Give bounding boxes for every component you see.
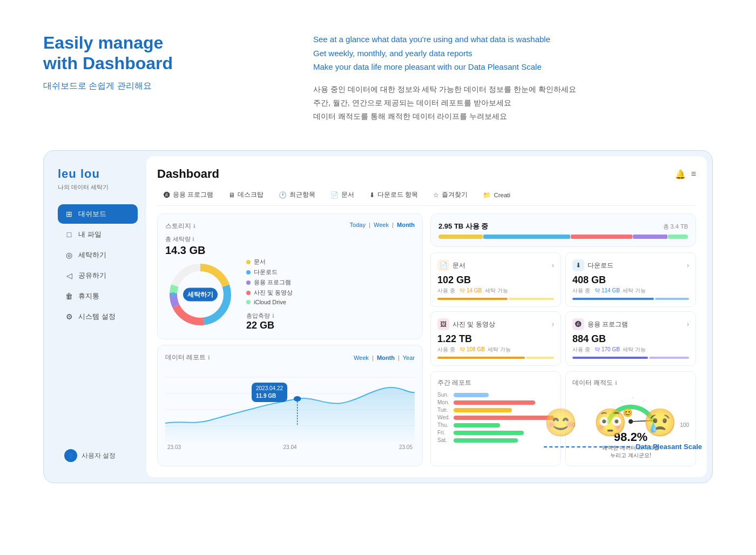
- sidebar-user-settings[interactable]: 👤 사용자 설정: [58, 445, 138, 466]
- day-row-wed: Wed.: [437, 414, 554, 420]
- weekly-title: 주간 레포트: [437, 378, 554, 387]
- feature-list-en: See at a glance what data you're using a…: [313, 32, 713, 74]
- data-grid: 📄 문서 › 102 GB 사용 중 약 14 GB 세탁 가능: [430, 252, 696, 366]
- apps-sub: 사용 중 약 170 GB 세탁 가능: [572, 346, 689, 353]
- total-wash-label: 총 세탁량 ℹ: [165, 235, 415, 243]
- page-title: Easily manage with Dashboard: [43, 32, 270, 74]
- sidebar-item-trash[interactable]: 🗑 휴지통: [58, 286, 138, 306]
- total-wash-value: 14.3 GB: [165, 244, 415, 257]
- feature-list-ko: 사용 중인 데이터에 대한 정보와 세탁 가능한 데이터 정보를 한눈에 확인하…: [313, 83, 713, 124]
- svg-line-15: [622, 400, 623, 402]
- legend-item-docs: 문서: [246, 258, 293, 266]
- donut-chart-wrapper: 세탁하기: [165, 259, 235, 330]
- dashboard-header-icons: 🔔 ≡: [675, 169, 696, 179]
- storage-legend-and-compress: 문서 다운로드 응용 프로그램: [246, 258, 293, 331]
- recent-tab-icon: 🕐: [279, 191, 287, 199]
- scale-label-row: Data Pleasant Scale: [544, 443, 702, 451]
- storage-card: 스토리지 ℹ Today | Week | Month: [157, 213, 423, 339]
- bell-icon[interactable]: 🔔: [675, 169, 686, 179]
- tab-desktop[interactable]: 🖥 데스크탑: [222, 189, 270, 201]
- report-info-icon: ℹ: [208, 355, 210, 360]
- total-compress: 총압축량 ℹ 22 GB: [246, 312, 293, 331]
- report-header: 데이터 레포트 ℹ Week | Month | Year: [165, 353, 415, 362]
- emoji-happy: 😊: [544, 407, 577, 438]
- photos-bar: [437, 357, 554, 359]
- usage-bar-card: 2.95 TB 사용 중 총 3.4 TB: [430, 213, 696, 247]
- docs-sub: 사용 중 약 14 GB 세탁 가능: [437, 287, 554, 295]
- apps-size: 884 GB: [572, 333, 689, 345]
- donut-center[interactable]: 세탁하기: [183, 288, 218, 302]
- storage-header: 스토리지 ℹ Today | Week | Month: [165, 222, 415, 231]
- storage-label: 스토리지 ℹ: [165, 222, 195, 231]
- legend-item-icloud: iCloud Drive: [246, 299, 293, 305]
- sidebar-subtitle: 나의 데이터 세탁기: [58, 183, 138, 191]
- downloads-card-arrow[interactable]: ›: [687, 262, 689, 269]
- emoji-surprised: 😳: [593, 407, 627, 438]
- usage-total: 2.95 TB 사용 중 총 3.4 TB: [438, 222, 688, 231]
- dashed-separator: [544, 446, 630, 447]
- legend-item-apps: 응용 프로그램: [246, 278, 293, 286]
- emoji-scale-area: 😊 😳 😢 Data Pleasant Scale: [544, 407, 702, 451]
- docs-card-icon: 📄: [437, 259, 449, 271]
- tab-favorites[interactable]: ☆ 즐겨찾기: [427, 189, 474, 201]
- line-chart-area: 2023.04.22 11.9 GB: [165, 366, 415, 442]
- tab-creati[interactable]: 📁 Creati: [476, 189, 517, 201]
- sidebar-item-share[interactable]: ◁ 공유하기: [58, 266, 138, 285]
- photos-card-arrow[interactable]: ›: [552, 320, 554, 328]
- tab-apps[interactable]: 🅐 응용 프로그램: [157, 189, 220, 201]
- downloads-bar: [572, 298, 689, 300]
- data-card-photos: 🖼 사진 및 동영상 › 1.22 TB 사용 중 약 108 GB: [430, 311, 561, 366]
- tab-recent[interactable]: 🕐 최근항목: [272, 189, 322, 201]
- downloads-card-icon: ⬇: [572, 259, 584, 271]
- menu-icon[interactable]: ≡: [691, 169, 696, 179]
- emoji-scale-row: 😊 😳 😢: [544, 407, 677, 438]
- day-row-sat: Sat.: [437, 437, 554, 443]
- left-panel: 스토리지 ℹ Today | Week | Month: [157, 213, 423, 466]
- photos-size: 1.22 TB: [437, 333, 554, 345]
- docs-bar: [437, 298, 554, 300]
- usage-total-size: 총 3.4 TB: [663, 223, 688, 231]
- data-report-card: 데이터 레포트 ℹ Week | Month | Year: [157, 345, 423, 466]
- dashboard-icon: ⊞: [64, 210, 74, 218]
- tab-docs[interactable]: 📄 문서: [324, 189, 361, 201]
- sidebar-nav: ⊞ 대쉬보드 □ 내 파일 ◎ 세탁하기 ◁ 공유하기: [58, 204, 138, 445]
- usage-multi-bar: [438, 235, 688, 239]
- settings-icon: ⚙: [64, 312, 74, 321]
- data-card-downloads: ⬇ 다운로드 › 408 GB 사용 중 약 114 GB 세탁 가능: [565, 252, 696, 307]
- trash-icon: 🗑: [64, 292, 74, 300]
- wash-icon: ◎: [64, 251, 74, 259]
- sidebar-item-files[interactable]: □ 내 파일: [58, 225, 138, 244]
- dashboard-header: Dashboard 🔔 ≡: [157, 167, 696, 181]
- docs-card-arrow[interactable]: ›: [552, 262, 554, 269]
- day-row-tue: Tue.: [437, 407, 554, 413]
- tab-downloads[interactable]: ⬇ 다운로드 항목: [363, 189, 424, 201]
- info-icon: ℹ: [193, 223, 195, 229]
- storage-chart-area: 세탁하기 문서: [165, 258, 415, 331]
- favorites-tab-icon: ☆: [433, 191, 439, 199]
- sidebar-item-dashboard[interactable]: ⊞ 대쉬보드: [58, 204, 138, 224]
- apps-card-arrow[interactable]: ›: [687, 320, 689, 328]
- files-icon: □: [64, 230, 74, 239]
- apps-tab-icon: 🅐: [164, 191, 170, 199]
- pleasant-title: 데이터 쾌적도 ℹ: [572, 378, 689, 387]
- desktop-tab-icon: 🖥: [228, 191, 235, 199]
- downloads-sub: 사용 중 약 114 GB 세탁 가능: [572, 287, 689, 295]
- usage-label: 2.95 TB 사용 중: [438, 222, 488, 231]
- chart-x-labels: 23.03 23.04 23.05: [165, 444, 415, 450]
- sidebar-logo: leu lou: [58, 167, 138, 181]
- day-row-thu: Thu.: [437, 422, 554, 428]
- photos-card-icon: 🖼: [437, 318, 449, 330]
- report-period: Week | Month | Year: [354, 355, 415, 361]
- emoji-cry: 😢: [643, 407, 677, 438]
- downloads-tab-icon: ⬇: [369, 191, 375, 199]
- sidebar-item-settings[interactable]: ⚙ 시스템 설정: [58, 307, 138, 326]
- data-card-docs: 📄 문서 › 102 GB 사용 중 약 14 GB 세탁 가능: [430, 252, 561, 307]
- dashboard-tabs: 🅐 응용 프로그램 🖥 데스크탑 🕐 최근항목 📄 문서: [157, 189, 696, 206]
- svg-line-17: [643, 400, 644, 402]
- apps-bar: [572, 357, 689, 359]
- chart-tooltip: 2023.04.22 11.9 GB: [252, 383, 287, 402]
- weekly-card: 주간 레포트 Sun. Mon.: [430, 371, 561, 466]
- legend-item-photos: 사진 및 동영상: [246, 289, 293, 297]
- sidebar-item-wash[interactable]: ◎ 세탁하기: [58, 245, 138, 265]
- day-row-sun: Sun.: [437, 392, 554, 398]
